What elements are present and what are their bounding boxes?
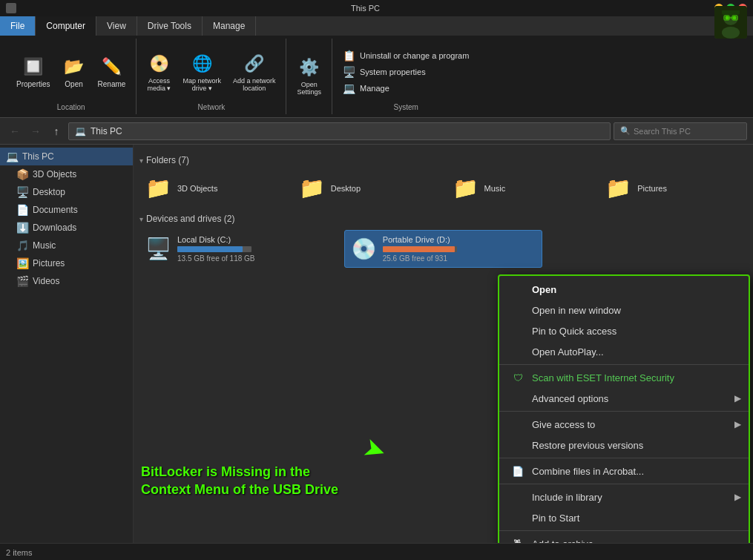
sidebar-item-label-desktop: Desktop	[33, 187, 65, 197]
manage-button[interactable]: 💻 Manage	[338, 81, 473, 96]
cm-restore-icon	[511, 438, 525, 452]
cm-open-icon	[511, 283, 525, 296]
up-button[interactable]: ↑	[47, 122, 65, 140]
sidebar-item-pictures[interactable]: 🖼️ Pictures	[0, 254, 133, 272]
network-group-label: Network	[198, 103, 226, 111]
ribbon-group-system-items: 📋 Uninstall or change a program 🖥️ Syste…	[338, 42, 473, 102]
main-area: 💻 This PC 📦 3D Objects 🖥️ Desktop 📄 Docu…	[0, 145, 753, 543]
add-network-icon: 🔗	[243, 52, 266, 76]
portable-drive-bar-fill	[383, 246, 455, 252]
tab-drive-tools[interactable]: Drive Tools	[137, 16, 203, 36]
drive-portable[interactable]: 💿 Portable Drive (D:) 25.6 GB free of 93…	[344, 230, 543, 268]
sidebar-item-desktop[interactable]: 🖥️ Desktop	[0, 183, 133, 201]
cm-add-archive[interactable]: 🗜 Add to archive...	[499, 533, 749, 543]
sidebar-item-videos[interactable]: 🎬 Videos	[0, 272, 133, 290]
cm-autoplay-icon	[511, 345, 525, 358]
folder-3d-objects[interactable]: 📁 3D Objects	[139, 171, 287, 205]
cm-combine-acrobat[interactable]: 📄 Combine files in Acrobat...	[499, 461, 749, 481]
title-bar-text: This PC	[21, 4, 710, 13]
cm-open-new-window[interactable]: Open in new window	[499, 300, 749, 320]
tab-manage[interactable]: Manage	[203, 16, 256, 36]
folder-desktop[interactable]: 📁 Desktop	[293, 171, 441, 205]
sys-props-icon: 🖥️	[343, 66, 355, 78]
location-group-label: Location	[57, 103, 85, 111]
title-bar: This PC	[0, 0, 753, 16]
cm-sep-4	[499, 484, 749, 484]
back-button[interactable]: ←	[6, 122, 24, 140]
folder-desktop-icon: 📁	[299, 176, 325, 200]
cm-give-access-icon	[511, 418, 525, 431]
properties-button[interactable]: 🔲 Properties	[12, 52, 55, 91]
svg-point-2	[722, 27, 740, 39]
folders-label: Folders (7)	[146, 155, 189, 165]
folder-pictures-name: Pictures	[637, 184, 667, 193]
cm-give-access-arrow: ▶	[734, 419, 741, 429]
cm-open[interactable]: Open	[499, 279, 749, 300]
desktop-icon: 🖥️	[16, 186, 28, 198]
cm-advanced-label: Advanced options	[532, 393, 608, 404]
local-disk-space: 13.5 GB free of 118 GB	[177, 254, 255, 263]
folder-3d-icon: 📁	[145, 176, 171, 200]
folder-pictures[interactable]: 📁 Pictures	[599, 171, 747, 205]
sidebar-item-label-this-pc: This PC	[22, 151, 54, 162]
manage-icon: 💻	[343, 82, 355, 94]
cm-open-autoplay[interactable]: Open AutoPlay...	[499, 341, 749, 362]
cm-open-new-icon	[511, 303, 525, 317]
sidebar-item-downloads[interactable]: ⬇️ Downloads	[0, 219, 133, 237]
tab-file[interactable]: File	[0, 16, 36, 36]
sidebar-item-music[interactable]: 🎵 Music	[0, 237, 133, 254]
annotation-line2: Context Menu of the USB Drive	[141, 482, 338, 497]
documents-icon: 📄	[16, 204, 28, 216]
drives-toggle[interactable]: ▾	[139, 215, 143, 223]
cm-pin-start-label: Pin to Start	[532, 513, 579, 524]
cm-eset-label: Scan with ESET Internet Security	[532, 372, 674, 383]
folder-desktop-name: Desktop	[331, 184, 361, 193]
properties-icon: 🔲	[22, 55, 45, 79]
local-disk-bar-bg	[177, 246, 251, 252]
sidebar-item-documents[interactable]: 📄 Documents	[0, 201, 133, 219]
cm-include-library[interactable]: Include in library ▶	[499, 487, 749, 507]
forward-button[interactable]: →	[27, 122, 45, 140]
sidebar-item-label-pictures: Pictures	[33, 258, 65, 269]
cm-library-label: Include in library	[532, 492, 602, 503]
drive-local-disk[interactable]: 🖥️ Local Disk (C:) 13.5 GB free of 118 G…	[139, 230, 338, 268]
search-box[interactable]: 🔍 Search This PC	[614, 122, 747, 140]
open-button[interactable]: 📂 Open	[58, 52, 91, 91]
folder-music[interactable]: 📁 Music	[447, 171, 594, 205]
cm-pin-start[interactable]: Pin to Start	[499, 507, 749, 528]
local-disk-info: Local Disk (C:) 13.5 GB free of 118 GB	[177, 235, 255, 263]
path-icon: 💻	[75, 126, 86, 136]
cm-sep-3	[499, 458, 749, 458]
ribbon-group-network-items: 📀 Accessmedia ▾ 🌐 Map networkdrive ▾ 🔗 A…	[142, 42, 280, 102]
cm-add-archive-label: Add to archive...	[532, 538, 602, 544]
cm-give-access[interactable]: Give access to ▶	[499, 414, 749, 435]
sys-props-button[interactable]: 🖥️ System properties	[338, 65, 473, 79]
open-settings-button[interactable]: ⚙️ OpenSettings	[292, 53, 326, 99]
access-media-button[interactable]: 📀 Accessmedia ▾	[142, 49, 175, 95]
rename-ribbon-button[interactable]: ✏️ Rename	[93, 52, 131, 91]
folders-toggle[interactable]: ▾	[139, 157, 143, 165]
sidebar-item-label-documents: Documents	[33, 205, 78, 215]
cm-give-access-label: Give access to	[532, 419, 595, 430]
cm-restore-prev[interactable]: Restore previous versions	[499, 435, 749, 455]
cm-eset-icon: 🛡	[511, 371, 525, 384]
cm-advanced-options[interactable]: Advanced options ▶	[499, 388, 749, 409]
address-path[interactable]: 💻 This PC	[68, 122, 611, 140]
drives-section-header: ▾ Devices and drives (2)	[139, 214, 747, 224]
open-icon: 📂	[62, 55, 86, 79]
cm-eset-scan[interactable]: 🛡 Scan with ESET Internet Security	[499, 367, 749, 388]
annotation-line1: BitLocker is Missing in the	[141, 464, 310, 479]
uninstall-button[interactable]: 📋 Uninstall or change a program	[338, 48, 473, 63]
add-network-button[interactable]: 🔗 Add a networklocation	[228, 49, 280, 95]
svg-rect-4	[722, 10, 740, 13]
map-network-button[interactable]: 🌐 Map networkdrive ▾	[178, 49, 226, 95]
sidebar-item-label-videos: Videos	[33, 276, 59, 286]
sidebar-item-this-pc[interactable]: 💻 This PC	[0, 148, 133, 165]
this-pc-icon: 💻	[6, 151, 18, 162]
sidebar-item-3d-objects[interactable]: 📦 3D Objects	[0, 165, 133, 183]
cm-pin-quick[interactable]: Pin to Quick access	[499, 320, 749, 341]
tab-computer[interactable]: Computer	[36, 16, 96, 36]
tab-view[interactable]: View	[96, 16, 137, 36]
cm-autoplay-label: Open AutoPlay...	[532, 346, 604, 358]
folder-pictures-icon: 📁	[605, 176, 631, 200]
